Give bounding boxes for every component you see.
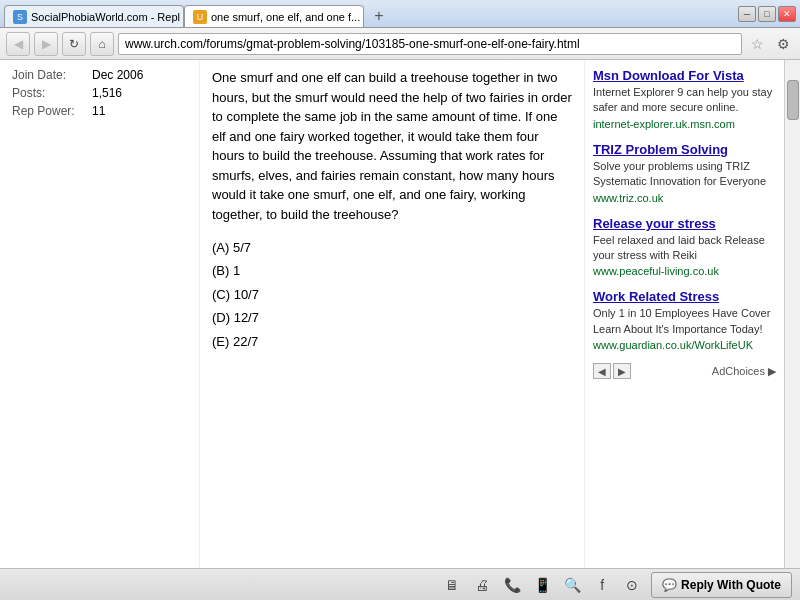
ad-url-1[interactable]: internet-explorer.uk.msn.com <box>593 118 776 130</box>
choice-b: (B) 1 <box>212 259 572 282</box>
ad-choices-icon: ▶ <box>768 365 776 378</box>
ad-title-3[interactable]: Release your stress <box>593 216 776 231</box>
navigation-bar: ◀ ▶ ↻ ⌂ ☆ ⚙ <box>0 28 800 60</box>
tab-favicon-2: U <box>193 10 207 24</box>
ad-item-2: TRIZ Problem Solving Solve your problems… <box>593 142 776 204</box>
status-bar: 🖥 🖨 📞 📱 🔍 f ⊙ 💬 Reply With Quote <box>0 568 800 600</box>
rep-power-row: Rep Power: 11 <box>12 104 187 118</box>
tab-label-1: SocialPhobiaWorld.com - Repl <box>31 11 180 23</box>
tab-socialphobia[interactable]: S SocialPhobiaWorld.com - Repl ✕ <box>4 5 184 27</box>
settings-button[interactable]: ⚙ <box>772 33 794 55</box>
ad-desc-1: Internet Explorer 9 can help you stay sa… <box>593 85 776 116</box>
posts-row: Posts: 1,516 <box>12 86 187 100</box>
user-info-sidebar: Join Date: Dec 2006 Posts: 1,516 Rep Pow… <box>0 60 200 568</box>
tab-urch[interactable]: U one smurf, one elf, and one f... ✕ <box>184 5 364 27</box>
back-button[interactable]: ◀ <box>6 32 30 56</box>
page-content: Join Date: Dec 2006 Posts: 1,516 Rep Pow… <box>0 60 800 568</box>
ad-next-button[interactable]: ▶ <box>613 363 631 379</box>
main-text-area: One smurf and one elf can build a treeho… <box>200 60 584 568</box>
ad-url-2[interactable]: www.triz.co.uk <box>593 192 776 204</box>
reply-with-quote-button[interactable]: 💬 Reply With Quote <box>651 572 792 598</box>
choice-e: (E) 22/7 <box>212 330 572 353</box>
question-text: One smurf and one elf can build a treeho… <box>212 68 572 224</box>
address-bar[interactable] <box>118 33 742 55</box>
ad-title-1[interactable]: Msn Download For Vista <box>593 68 776 83</box>
choice-a: (A) 5/7 <box>212 236 572 259</box>
answer-choices: (A) 5/7 (B) 1 (C) 10/7 (D) 12/7 (E) 22/7 <box>212 236 572 353</box>
status-icon-print: 🖨 <box>471 574 493 596</box>
ad-desc-2: Solve your problems using TRIZ Systemati… <box>593 159 776 190</box>
posts-label: Posts: <box>12 86 92 100</box>
ad-desc-4: Only 1 in 10 Employees Have Cover Learn … <box>593 306 776 337</box>
ad-desc-3: Feel relaxed and laid back Release your … <box>593 233 776 264</box>
scrollbar[interactable] <box>784 60 800 568</box>
posts-value: 1,516 <box>92 86 122 100</box>
reply-icon: 💬 <box>662 578 677 592</box>
status-icon-mobile: 📱 <box>531 574 553 596</box>
status-icon-monitor: 🖥 <box>441 574 463 596</box>
scrollbar-thumb[interactable] <box>787 80 799 120</box>
join-date-label: Join Date: <box>12 68 92 82</box>
choice-c: (C) 10/7 <box>212 283 572 306</box>
reply-label: Reply With Quote <box>681 578 781 592</box>
rep-power-label: Rep Power: <box>12 104 92 118</box>
address-input[interactable] <box>125 37 735 51</box>
home-button[interactable]: ⌂ <box>90 32 114 56</box>
title-bar: S SocialPhobiaWorld.com - Repl ✕ U one s… <box>0 0 800 28</box>
window-controls: ─ □ ✕ <box>738 6 796 22</box>
bookmark-button[interactable]: ☆ <box>746 33 768 55</box>
ad-choices-text: AdChoices <box>712 365 765 377</box>
forward-button[interactable]: ▶ <box>34 32 58 56</box>
maximize-button[interactable]: □ <box>758 6 776 22</box>
new-tab-button[interactable]: + <box>368 5 390 27</box>
refresh-button[interactable]: ↻ <box>62 32 86 56</box>
close-button[interactable]: ✕ <box>778 6 796 22</box>
ad-navigation: ◀ ▶ AdChoices ▶ <box>593 363 776 379</box>
status-icon-reddit: ⊙ <box>621 574 643 596</box>
ad-choices-label[interactable]: AdChoices ▶ <box>712 365 776 378</box>
ad-title-2[interactable]: TRIZ Problem Solving <box>593 142 776 157</box>
ad-panel: Msn Download For Vista Internet Explorer… <box>584 60 784 568</box>
ad-item-4: Work Related Stress Only 1 in 10 Employe… <box>593 289 776 351</box>
ad-url-3[interactable]: www.peaceful-living.co.uk <box>593 265 776 277</box>
ad-url-4[interactable]: www.guardian.co.uk/WorkLifeUK <box>593 339 776 351</box>
ad-title-4[interactable]: Work Related Stress <box>593 289 776 304</box>
rep-power-value: 11 <box>92 104 105 118</box>
tab-favicon-1: S <box>13 10 27 24</box>
status-icon-phone: 📞 <box>501 574 523 596</box>
join-date-row: Join Date: Dec 2006 <box>12 68 187 82</box>
ad-arrows: ◀ ▶ <box>593 363 631 379</box>
join-date-value: Dec 2006 <box>92 68 143 82</box>
ad-item-3: Release your stress Feel relaxed and lai… <box>593 216 776 278</box>
tab-label-2: one smurf, one elf, and one f... <box>211 11 360 23</box>
minimize-button[interactable]: ─ <box>738 6 756 22</box>
ad-prev-button[interactable]: ◀ <box>593 363 611 379</box>
status-icon-social: f <box>591 574 613 596</box>
choice-d: (D) 12/7 <box>212 306 572 329</box>
tab-list: S SocialPhobiaWorld.com - Repl ✕ U one s… <box>4 0 738 27</box>
status-icon-search: 🔍 <box>561 574 583 596</box>
ad-item-1: Msn Download For Vista Internet Explorer… <box>593 68 776 130</box>
